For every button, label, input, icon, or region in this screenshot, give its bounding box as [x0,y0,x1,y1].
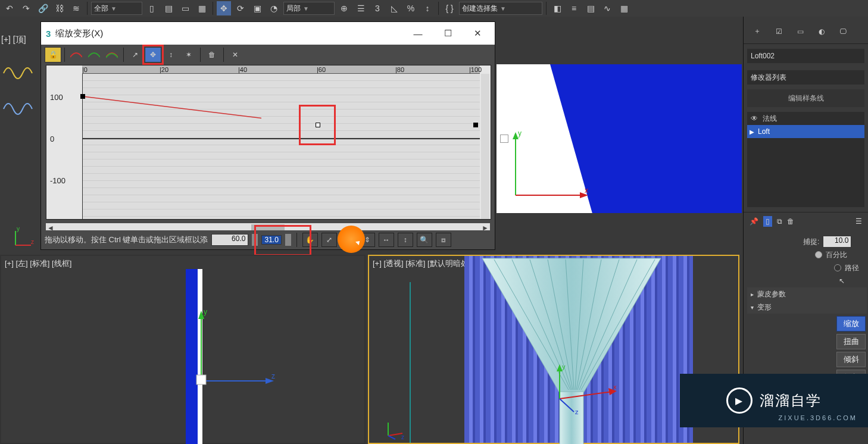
align-icon[interactable]: ≡ [567,1,581,15]
make-unique-icon[interactable]: ⧉ [777,217,782,226]
move-tool-icon[interactable]: ✥ [217,1,231,15]
deform-window-toolbar: 🔒 ↗ ✥ ↕ ✶ 🗑 ✕ [41,45,495,65]
manip-icon[interactable]: ☰ [354,1,368,15]
redo-icon[interactable]: ↷ [19,1,33,15]
point-x-field[interactable]: 60.0 [211,234,248,246]
motion-tab-icon[interactable]: ◐ [813,23,830,40]
named-selset-dropdown[interactable]: 创建选择集 ▼ [459,2,542,15]
selection-filter-label: 全部 [94,4,108,14]
ref-coord-dropdown[interactable]: 局部 ▼ [283,2,335,15]
transform-gizmo[interactable]: y x z [548,363,625,417]
symmetry-lock-icon[interactable]: 🔒 [45,47,61,62]
expand-icon[interactable]: ▶ [750,129,754,135]
transform-gizmo[interactable]: y x [504,112,593,201]
layer-icon[interactable]: ▤ [583,1,598,15]
modifier-list-label: 修改器列表 [751,73,786,83]
deform-twist-button[interactable]: 扭曲 [836,334,866,349]
modifier-stack[interactable]: 👁 法线 ▶ Loft [747,112,864,207]
stack-row-normal[interactable]: 👁 法线 [747,112,864,125]
insert-point-tool[interactable]: ✶ [180,47,197,62]
app-logo-icon: 3 [46,29,51,39]
snap-toggle-icon[interactable]: 3 [370,1,385,15]
object-name-field[interactable]: Loft002 [747,49,864,63]
spinner-snap-icon[interactable]: ↕ [420,1,435,15]
paint-select-icon[interactable]: ▦ [195,1,209,15]
maximize-button[interactable]: ☐ [435,25,460,42]
viewport-left[interactable]: [+] [左] [标准] [线框] y z [0,255,366,444]
visibility-icon[interactable]: 👁 [750,114,759,123]
edit-spline-button[interactable]: 编辑样条线 [747,89,864,107]
select-object-icon[interactable]: ▯ [145,1,159,15]
viewport-label-left[interactable]: [+] [左] [标准] [线框] [5,258,71,269]
pin-stack-icon[interactable]: 📌 [750,217,758,226]
deform-bevel-button[interactable]: 倾斜 [836,352,866,367]
schematic-icon[interactable]: ▦ [617,1,631,15]
undo-icon[interactable]: ↶ [2,1,17,15]
close-button[interactable]: ✕ [465,25,490,42]
angle-snap-icon[interactable]: ◺ [387,1,401,15]
curve-handle-end[interactable] [473,123,478,127]
display-tab-icon[interactable]: 🖵 [834,23,852,40]
remove-modifier-icon[interactable]: 🗑 [787,217,794,226]
path-tool-row: ↖ [747,274,867,287]
rollout-skin-params[interactable]: ▸ 蒙皮参数 [747,287,867,301]
modify-tab-icon[interactable]: ☑ [770,23,788,40]
select-by-name-icon[interactable]: ▤ [161,1,176,15]
window-titlebar[interactable]: 3 缩放变形(X) — ☐ ✕ [41,22,495,45]
zoom-extents-icon[interactable]: ⤢ [321,233,337,247]
deform-graph[interactable]: |0 |20 |40 |60 |80 |100 100 0 -100 [46,65,491,220]
percent-option[interactable]: 百分比 [747,248,867,261]
hierarchy-tab-icon[interactable]: ▭ [791,23,809,40]
path-label: 路径 [845,263,859,273]
radio-percent[interactable] [815,251,822,258]
x-axis-toggle[interactable] [68,47,85,62]
path-option[interactable]: 路径 [747,261,867,274]
viewport-label-top[interactable]: [+] [顶] [1,35,26,45]
scale-tool-icon[interactable]: ▣ [250,1,264,15]
modifier-list-dropdown[interactable]: 修改器列表 [747,70,864,85]
zoom-icon[interactable]: 🔍 [417,233,432,247]
curve-handle-start[interactable] [80,94,85,99]
percent-snap-icon[interactable]: % [404,1,418,15]
mirror-icon[interactable]: ◧ [550,1,564,15]
sep [64,48,65,62]
rollout-chevron-icon: ▾ [751,304,754,311]
select-tool-icon[interactable]: ↗ [127,47,143,62]
viewport-label-persp[interactable]: [+] [透视] [标准] [默认明暗处理] [373,258,478,269]
selection-filter-dropdown[interactable]: 全部 ▼ [91,2,142,15]
zoom-region-icon[interactable]: ⧈ [436,233,451,247]
pick-path-icon[interactable]: ↖ [839,277,845,285]
bind-icon[interactable]: ≋ [69,1,83,15]
reset-curve-icon[interactable]: ✕ [227,47,243,62]
y-axis-toggle[interactable] [86,47,102,62]
graph-vertical-scrollbar[interactable] [481,74,489,219]
delete-point-tool[interactable]: 🗑 [204,47,220,62]
unlink-icon[interactable]: ⛓ [52,1,67,15]
rollout-deform[interactable]: ▾ 变形 [747,301,867,314]
rotate-tool-icon[interactable]: ⟳ [233,1,248,15]
graph-body[interactable] [82,74,480,219]
xy-axis-toggle[interactable] [104,47,120,62]
zoom-vert-ext-icon[interactable]: ↕ [398,233,413,247]
stack-row-loft[interactable]: ▶ Loft [747,125,864,138]
ruler-tick: |0 [82,66,88,73]
link-icon[interactable]: 🔗 [36,1,50,15]
snap-value-field[interactable]: 10.0 [823,236,851,248]
rollout-label: 蒙皮参数 [757,289,786,299]
deform-scale-button[interactable]: 缩放 [836,316,866,332]
placement-tool-icon[interactable]: ◔ [267,1,281,15]
viewport-top[interactable]: y x [497,64,742,213]
pivot-icon[interactable]: ⊕ [337,1,351,15]
curve-editor-icon[interactable]: ∿ [600,1,614,15]
move-point-tool[interactable]: ✥ [145,47,161,62]
configure-sets-icon[interactable]: ☰ [855,217,862,226]
rect-select-icon[interactable]: ▭ [178,1,192,15]
radio-path[interactable] [834,264,841,271]
minimize-button[interactable]: — [405,25,430,42]
show-end-result-icon[interactable]: ▯ [763,216,772,227]
zoom-horiz-ext-icon[interactable]: ↔ [379,233,394,247]
create-tab-icon[interactable]: ＋ [748,23,766,40]
scale-point-tool[interactable]: ↕ [163,47,179,62]
named-selset-icon[interactable]: { } [442,1,457,15]
transform-gizmo[interactable]: y z [192,280,287,399]
